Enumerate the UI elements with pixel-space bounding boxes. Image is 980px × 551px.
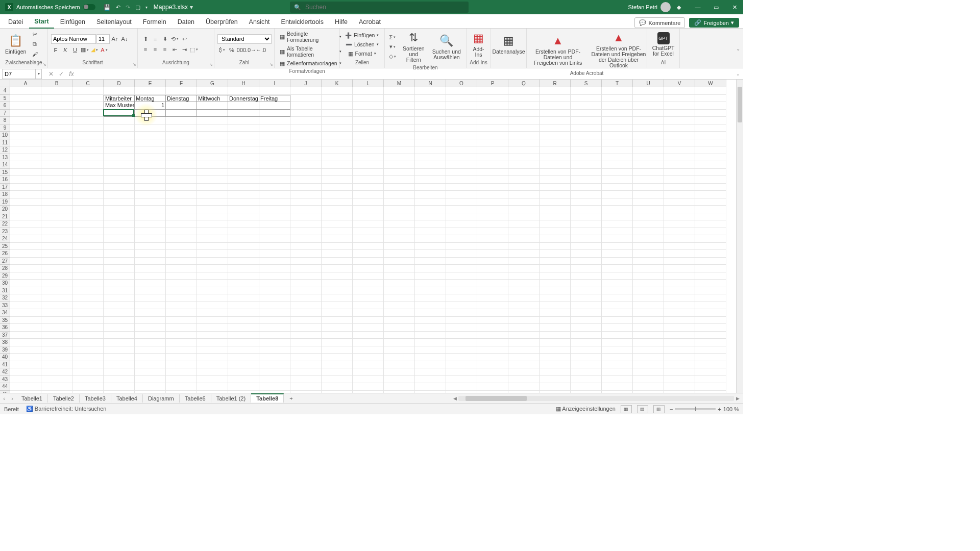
cell[interactable] <box>104 287 135 295</box>
cell[interactable] <box>197 287 228 295</box>
cell[interactable] <box>571 280 602 287</box>
cell[interactable] <box>228 132 259 139</box>
cell[interactable] <box>104 309 135 317</box>
cell[interactable] <box>664 169 695 177</box>
cell[interactable] <box>540 272 571 280</box>
cell[interactable] <box>508 332 540 339</box>
cell[interactable] <box>10 302 41 310</box>
cell[interactable] <box>415 124 446 132</box>
increase-font-icon[interactable]: A↑ <box>110 34 119 43</box>
cell[interactable] <box>477 87 508 95</box>
cell[interactable] <box>540 228 571 236</box>
diamond-icon[interactable]: ◆ <box>677 4 681 11</box>
row-header[interactable]: 36 <box>0 324 10 332</box>
row-header[interactable]: 17 <box>0 184 10 191</box>
sheet-nav-next-icon[interactable]: › <box>8 395 16 402</box>
cell[interactable] <box>135 124 166 132</box>
cell[interactable] <box>540 280 571 287</box>
cell[interactable] <box>664 176 695 184</box>
cell[interactable] <box>602 376 633 384</box>
search-box[interactable]: 🔍 <box>290 2 469 13</box>
cell[interactable] <box>508 228 540 236</box>
cell[interactable]: Mittwoch <box>197 95 228 103</box>
cell[interactable] <box>571 146 602 154</box>
cell[interactable] <box>166 87 197 95</box>
cell[interactable] <box>540 220 571 228</box>
cell[interactable] <box>10 309 41 317</box>
column-header[interactable]: A <box>10 80 41 87</box>
cell[interactable] <box>540 132 571 139</box>
cell[interactable] <box>259 146 290 154</box>
ribbon-tab-datei[interactable]: Datei <box>3 15 28 28</box>
cell[interactable] <box>571 354 602 361</box>
cell[interactable] <box>228 265 259 272</box>
cell[interactable] <box>446 287 477 295</box>
hscroll-left-icon[interactable]: ◀ <box>451 396 458 401</box>
cell[interactable] <box>446 272 477 280</box>
cell[interactable] <box>166 198 197 206</box>
cell[interactable] <box>41 309 72 317</box>
cell[interactable] <box>166 287 197 295</box>
cell[interactable] <box>228 124 259 132</box>
ribbon-tab-daten[interactable]: Daten <box>173 15 200 28</box>
cell[interactable] <box>477 95 508 103</box>
cell[interactable] <box>446 302 477 310</box>
cell[interactable]: Dienstag <box>166 95 197 103</box>
cell[interactable] <box>695 124 726 132</box>
cell[interactable] <box>415 169 446 177</box>
cell[interactable] <box>290 110 322 117</box>
cell[interactable] <box>322 184 353 191</box>
cell[interactable] <box>197 324 228 332</box>
bold-button[interactable]: F <box>51 45 60 55</box>
cell[interactable] <box>10 317 41 324</box>
cell[interactable] <box>508 287 540 295</box>
cell[interactable] <box>135 169 166 177</box>
cell[interactable] <box>104 361 135 369</box>
cell[interactable] <box>322 339 353 346</box>
cell[interactable] <box>72 361 104 369</box>
cell[interactable] <box>322 368 353 376</box>
cell[interactable] <box>415 243 446 251</box>
cell[interactable] <box>633 354 664 361</box>
cell[interactable] <box>602 161 633 169</box>
cell[interactable] <box>259 191 290 198</box>
chatgpt-button[interactable]: GPTChatGPT for Excel <box>650 31 676 58</box>
cell[interactable] <box>446 324 477 332</box>
cell[interactable] <box>41 346 72 354</box>
font-size-input[interactable] <box>96 34 110 44</box>
cell[interactable] <box>664 317 695 324</box>
cell[interactable] <box>228 361 259 369</box>
camera-icon[interactable]: ▢ <box>135 4 140 11</box>
cell[interactable] <box>540 206 571 213</box>
row-header[interactable]: 9 <box>0 124 10 132</box>
delete-cells-button[interactable]: ➖Löschen▾ <box>343 40 381 49</box>
cell[interactable] <box>166 324 197 332</box>
cell[interactable] <box>41 383 72 391</box>
column-header[interactable]: M <box>384 80 415 87</box>
cell[interactable] <box>166 139 197 147</box>
save-icon[interactable]: 💾 <box>104 4 111 11</box>
cell[interactable] <box>477 169 508 177</box>
cell[interactable] <box>446 132 477 139</box>
cell[interactable] <box>353 302 384 310</box>
cell[interactable] <box>41 146 72 154</box>
cell[interactable] <box>446 198 477 206</box>
cell[interactable] <box>353 317 384 324</box>
cell[interactable] <box>10 124 41 132</box>
cell[interactable] <box>602 146 633 154</box>
cell[interactable] <box>571 309 602 317</box>
cell[interactable] <box>290 302 322 310</box>
cell[interactable] <box>10 361 41 369</box>
cell[interactable] <box>228 235 259 243</box>
search-input[interactable] <box>305 4 464 11</box>
row-header[interactable]: 43 <box>0 376 10 384</box>
cell[interactable] <box>228 184 259 191</box>
cell[interactable] <box>446 391 477 393</box>
cell[interactable] <box>10 250 41 258</box>
cell[interactable] <box>446 176 477 184</box>
cut-icon[interactable]: ✂ <box>30 30 39 39</box>
cell[interactable] <box>508 272 540 280</box>
cell[interactable] <box>290 154 322 162</box>
cell[interactable] <box>695 324 726 332</box>
cell[interactable] <box>10 161 41 169</box>
